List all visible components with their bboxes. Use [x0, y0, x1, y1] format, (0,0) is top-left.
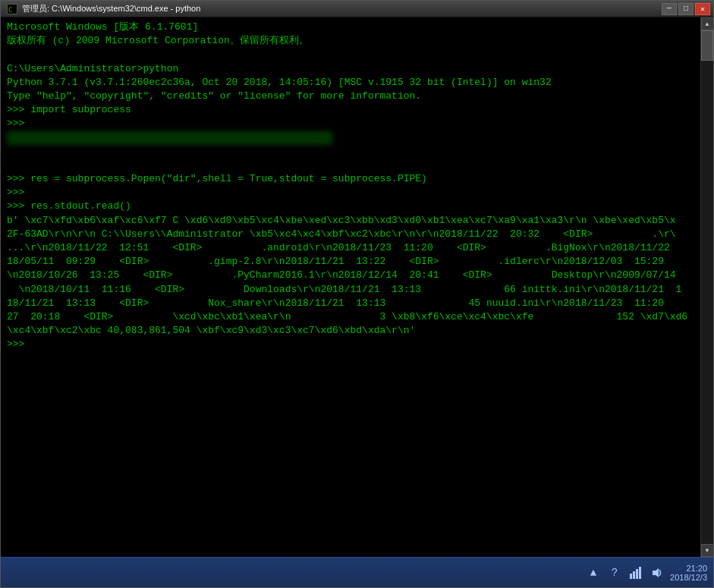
time-display: 21:20	[670, 564, 707, 573]
date-display: 2018/12/3	[670, 573, 707, 582]
terminal-area[interactable]: Microsoft Windows [版本 6.1.7601] 版权所有 (c)…	[1, 17, 713, 557]
window-controls: ─ □ ✕	[662, 3, 710, 15]
volume-icon[interactable]	[649, 564, 665, 581]
scroll-up-button[interactable]: ▲	[701, 17, 714, 30]
network-icon[interactable]	[628, 564, 644, 581]
maximize-button[interactable]: □	[678, 3, 694, 15]
terminal-output[interactable]: Microsoft Windows [版本 6.1.7601] 版权所有 (c)…	[1, 17, 700, 557]
scrollbar-track[interactable]	[701, 30, 713, 544]
svg-rect-5	[639, 567, 641, 579]
scrollbar-thumb[interactable]	[701, 30, 713, 61]
svg-marker-6	[653, 568, 659, 577]
close-button[interactable]: ✕	[695, 3, 710, 15]
scroll-down-button[interactable]: ▼	[701, 544, 714, 557]
cmd-window: C 管理员: C:\Windows\system32\cmd.exe - pyt…	[0, 0, 714, 588]
arrow-up-icon[interactable]: ▲	[585, 564, 602, 581]
help-icon[interactable]: ?	[606, 564, 623, 581]
svg-rect-4	[636, 569, 638, 579]
svg-text:C: C	[8, 6, 12, 14]
window-title: 管理员: C:\Windows\system32\cmd.exe - pytho…	[22, 3, 200, 14]
svg-rect-3	[633, 571, 635, 579]
title-bar: C 管理员: C:\Windows\system32\cmd.exe - pyt…	[1, 1, 713, 17]
scrollbar[interactable]: ▲ ▼	[700, 17, 713, 557]
title-bar-left: C 管理员: C:\Windows\system32\cmd.exe - pyt…	[7, 3, 200, 14]
taskbar: ▲ ? 21:20 2018/12/3	[1, 557, 713, 587]
system-time: 21:20 2018/12/3	[670, 564, 707, 582]
cmd-icon: C	[7, 4, 17, 14]
minimize-button[interactable]: ─	[662, 3, 677, 15]
svg-rect-2	[630, 574, 632, 579]
